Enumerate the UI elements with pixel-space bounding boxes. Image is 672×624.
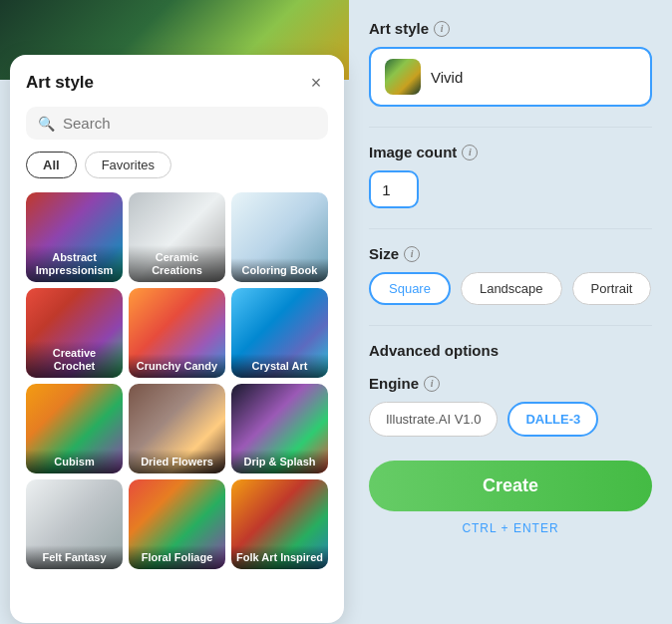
grid-item-dried-flowers[interactable]: Dried Flowers: [129, 384, 225, 473]
divider-3: [369, 325, 652, 326]
divider-2: [369, 228, 652, 229]
grid-item-label-coloring-book: Coloring Book: [231, 258, 328, 282]
art-style-info-icon[interactable]: i: [434, 21, 450, 37]
grid-item-felt-fantasy[interactable]: Felt Fantasy: [26, 479, 123, 569]
close-button[interactable]: ×: [304, 71, 328, 95]
grid-item-coloring-book[interactable]: Coloring Book: [231, 192, 328, 282]
grid-item-drip-splash[interactable]: Drip & Splash: [231, 384, 328, 473]
size-landscape-btn[interactable]: Landscape: [461, 272, 562, 305]
modal-header: Art style ×: [26, 71, 328, 95]
left-panel: Art style × 🔍 All Favorites Abstract Imp…: [0, 0, 349, 624]
image-count-input[interactable]: [369, 170, 419, 208]
shortcut-hint: CTRL + ENTER: [369, 521, 652, 535]
grid-item-label-drip-splash: Drip & Splash: [231, 450, 328, 473]
divider-1: [369, 127, 652, 128]
grid-item-folk-art[interactable]: Folk Art Inspired: [231, 479, 328, 569]
grid-item-label-ceramic-creations: Ceramic Creations: [129, 245, 225, 282]
engine-options: Illustrate.AI V1.0 DALLE-3: [369, 402, 652, 437]
right-panel: Art style i Vivid Image count i Size i S…: [349, 0, 672, 624]
grid-item-creative-crochet[interactable]: Creative Crochet: [26, 288, 123, 378]
grid-item-abstract-impressionism[interactable]: Abstract Impressionism: [26, 192, 123, 282]
art-style-modal: Art style × 🔍 All Favorites Abstract Imp…: [10, 55, 344, 623]
grid-item-label-floral-foliage: Floral Foliage: [129, 545, 225, 569]
grid-item-label-abstract-impressionism: Abstract Impressionism: [26, 245, 123, 282]
modal-title: Art style: [26, 73, 94, 93]
search-input[interactable]: [63, 115, 316, 132]
grid-item-crystal-art[interactable]: Crystal Art: [231, 288, 328, 378]
grid-item-label-folk-art: Folk Art Inspired: [231, 545, 328, 569]
grid-item-label-cubism: Cubism: [26, 450, 123, 473]
grid-item-crunchy-candy[interactable]: Crunchy Candy: [129, 288, 225, 378]
grid-item-cubism[interactable]: Cubism: [26, 384, 123, 473]
engine-info-icon[interactable]: i: [424, 376, 440, 392]
filter-all-tab[interactable]: All: [26, 152, 77, 178]
filter-favorites-tab[interactable]: Favorites: [85, 152, 171, 178]
grid-item-label-dried-flowers: Dried Flowers: [129, 450, 225, 473]
image-count-label: Image count i: [369, 144, 652, 160]
art-style-selected-label: Vivid: [431, 69, 463, 86]
art-style-grid: Abstract Impressionism Ceramic Creations…: [26, 192, 328, 569]
engine-dalle3-btn[interactable]: DALLE-3: [507, 402, 598, 437]
search-icon: 🔍: [38, 116, 55, 132]
create-button[interactable]: Create: [369, 461, 652, 511]
advanced-title: Advanced options: [369, 342, 652, 359]
image-count-info-icon[interactable]: i: [462, 145, 478, 160]
size-info-icon[interactable]: i: [404, 246, 420, 262]
engine-illustrate-btn[interactable]: Illustrate.AI V1.0: [369, 402, 498, 437]
grid-item-floral-foliage[interactable]: Floral Foliage: [129, 479, 225, 569]
grid-item-label-crystal-art: Crystal Art: [231, 354, 328, 378]
size-section-label: Size i: [369, 245, 652, 262]
grid-item-label-felt-fantasy: Felt Fantasy: [26, 545, 123, 569]
size-options: Square Landscape Portrait: [369, 272, 652, 305]
engine-label: Engine i: [369, 375, 652, 392]
art-style-thumbnail: [385, 59, 421, 95]
grid-item-ceramic-creations[interactable]: Ceramic Creations: [129, 192, 225, 282]
size-portrait-btn[interactable]: Portrait: [572, 272, 652, 305]
grid-item-label-creative-crochet: Creative Crochet: [26, 341, 123, 378]
advanced-section: Advanced options: [369, 342, 652, 359]
art-style-section-label: Art style i: [369, 20, 652, 37]
filter-tabs: All Favorites: [26, 152, 328, 178]
size-square-btn[interactable]: Square: [369, 272, 451, 305]
art-style-selector[interactable]: Vivid: [369, 47, 652, 107]
grid-item-label-crunchy-candy: Crunchy Candy: [129, 354, 225, 378]
search-bar: 🔍: [26, 107, 328, 140]
